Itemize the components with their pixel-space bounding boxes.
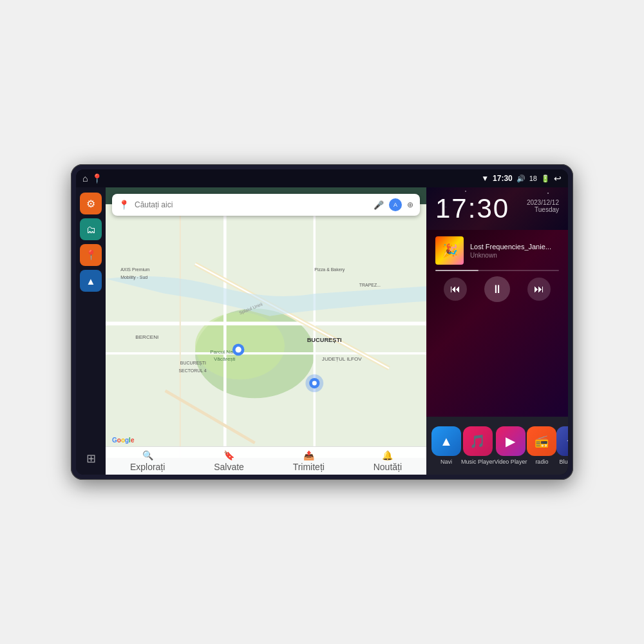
clock-date: 2023/12/12 xyxy=(527,199,559,206)
pause-icon: ⏸ xyxy=(491,283,503,296)
car-display-device: ⌂ 📍 ▼ 17:30 🔊 18 🔋 ↩ ⚙ 🗂 xyxy=(71,164,573,480)
explore-icon: 🔍 xyxy=(142,450,153,460)
map-pin-icon: 📍 xyxy=(85,249,97,261)
svg-text:BUCUREȘTI: BUCUREȘTI xyxy=(307,337,342,343)
radio-label: radio xyxy=(535,459,548,465)
layers-icon[interactable]: ⊕ xyxy=(407,200,413,209)
svg-text:TRAPEZ...: TRAPEZ... xyxy=(359,283,381,287)
album-art: 🎉 xyxy=(435,236,464,265)
app-music-player[interactable]: 🎵 Music Player xyxy=(461,426,495,465)
svg-text:AXIS Premium: AXIS Premium xyxy=(120,267,150,272)
map-explore-btn[interactable]: 🔍 Explorați xyxy=(130,450,165,472)
album-art-icon: 🎉 xyxy=(442,243,458,258)
status-time: 17:30 xyxy=(493,174,513,183)
music-controls: ⏮ ⏸ ⏭ xyxy=(435,276,559,302)
volume-icon: 🔊 xyxy=(516,175,526,183)
google-logo: Google xyxy=(112,437,134,444)
svg-text:Văcărești: Văcărești xyxy=(214,356,236,362)
navi-icon: ▲ xyxy=(440,434,453,449)
app-video-player[interactable]: ▶ Video Player xyxy=(495,426,527,465)
app-bluetooth[interactable]: ✦ Bluetooth xyxy=(556,426,568,465)
share-label: Trimiteți xyxy=(293,462,325,472)
settings-icon: ⚙ xyxy=(86,198,95,210)
app-grid: ▲ Navi 🎵 Music Player ▶ Vi xyxy=(426,417,568,475)
main-content: ⚙ 🗂 📍 ▲ ⊞ xyxy=(76,187,568,475)
map-area[interactable]: BERCENI BUCUREȘTI SECTORUL 4 BUCUREȘTI J… xyxy=(106,187,426,475)
radio-icon: 📻 xyxy=(535,434,549,448)
updates-icon: 🔔 xyxy=(382,450,393,460)
next-icon: ⏭ xyxy=(534,283,544,295)
bluetooth-icon: ✦ xyxy=(566,433,568,449)
map-saved-btn[interactable]: 🔖 Salvate xyxy=(214,450,244,472)
wifi-icon: ▼ xyxy=(481,174,489,183)
home-icon[interactable]: ⌂ xyxy=(82,173,88,184)
clock-day: Tuesday xyxy=(527,206,559,213)
prev-button[interactable]: ⏮ xyxy=(444,278,467,301)
app-navi[interactable]: ▲ Navi xyxy=(431,426,461,465)
svg-text:BERCENI: BERCENI xyxy=(135,334,158,340)
sidebar-apps-btn[interactable]: ⊞ xyxy=(80,448,102,469)
music-artist: Unknown xyxy=(470,252,559,259)
clock-time: 17:30 xyxy=(435,195,509,222)
map-background: BERCENI BUCUREȘTI SECTORUL 4 BUCUREȘTI J… xyxy=(106,187,426,475)
music-player-icon: 🎵 xyxy=(469,433,486,449)
map-share-btn[interactable]: 📤 Trimiteți xyxy=(293,450,325,472)
next-button[interactable]: ⏭ xyxy=(527,278,551,301)
sidebar-files-btn[interactable]: 🗂 xyxy=(80,218,102,240)
music-progress-fill xyxy=(435,270,478,271)
navi-label: Navi xyxy=(440,459,452,465)
svg-text:BUCUREȘTI: BUCUREȘTI xyxy=(180,361,206,366)
sidebar-settings-btn[interactable]: ⚙ xyxy=(80,193,102,214)
share-icon: 📤 xyxy=(303,450,314,460)
svg-text:Mobility - Sud: Mobility - Sud xyxy=(120,275,147,280)
map-search-input[interactable] xyxy=(135,200,368,209)
navigation-icon: ▲ xyxy=(86,276,96,287)
saved-label: Salvate xyxy=(214,462,244,472)
sidebar: ⚙ 🗂 📍 ▲ ⊞ xyxy=(76,187,106,475)
svg-point-27 xyxy=(312,381,317,386)
svg-text:SECTORUL 4: SECTORUL 4 xyxy=(178,368,206,373)
music-text: Lost Frequencies_Janie... Unknown xyxy=(470,243,559,259)
files-icon: 🗂 xyxy=(86,224,96,235)
sidebar-maps-btn[interactable]: 📍 xyxy=(80,244,102,266)
video-player-icon-box: ▶ xyxy=(496,426,526,456)
map-search-bar[interactable]: 📍 🎤 A ⊕ xyxy=(112,194,420,216)
clock-widget: 17:30 2023/12/12 Tuesday xyxy=(426,187,568,230)
sidebar-navi-btn[interactable]: ▲ xyxy=(80,270,102,292)
updates-label: Noutăți xyxy=(374,462,402,472)
music-player-icon-box: 🎵 xyxy=(463,426,493,456)
music-info: 🎉 Lost Frequencies_Janie... Unknown xyxy=(435,236,559,265)
app-radio[interactable]: 📻 radio xyxy=(527,426,556,465)
music-title: Lost Frequencies_Janie... xyxy=(470,243,559,251)
explore-label: Explorați xyxy=(130,462,165,472)
status-bar: ⌂ 📍 ▼ 17:30 🔊 18 🔋 ↩ xyxy=(76,169,568,187)
prev-icon: ⏮ xyxy=(450,283,460,295)
grid-icon: ⊞ xyxy=(86,451,96,466)
google-maps-icon: 📍 xyxy=(118,200,129,210)
map-bottom-bar: 🔍 Explorați 🔖 Salvate 📤 Trimiteți 🔔 Nout… xyxy=(106,446,426,475)
device-screen: ⌂ 📍 ▼ 17:30 🔊 18 🔋 ↩ ⚙ 🗂 xyxy=(76,169,568,475)
battery-level: 18 xyxy=(529,175,537,182)
video-player-icon: ▶ xyxy=(506,433,515,449)
video-player-label: Video Player xyxy=(495,459,527,465)
svg-text:Pizza & Bakery: Pizza & Bakery xyxy=(314,267,345,272)
mic-icon[interactable]: 🎤 xyxy=(374,200,384,210)
music-player-label: Music Player xyxy=(461,459,495,465)
maps-icon[interactable]: 📍 xyxy=(91,173,102,184)
music-progress-bar[interactable] xyxy=(435,270,559,271)
svg-text:JUDEȚUL ILFOV: JUDEȚUL ILFOV xyxy=(322,356,362,362)
map-updates-btn[interactable]: 🔔 Noutăți xyxy=(374,450,402,472)
battery-icon: 🔋 xyxy=(541,175,550,183)
navi-icon-box: ▲ xyxy=(431,426,461,456)
music-widget: 🎉 Lost Frequencies_Janie... Unknown ⏮ xyxy=(426,230,568,417)
svg-point-24 xyxy=(236,346,242,352)
play-pause-button[interactable]: ⏸ xyxy=(484,276,510,302)
radio-icon-box: 📻 xyxy=(527,426,556,456)
profile-icon[interactable]: A xyxy=(389,198,402,211)
right-panel: 17:30 2023/12/12 Tuesday 🎉 xyxy=(426,187,568,475)
bluetooth-label: Bluetooth xyxy=(559,459,568,465)
back-icon[interactable]: ↩ xyxy=(554,173,562,184)
saved-icon: 🔖 xyxy=(223,450,234,460)
status-left: ⌂ 📍 xyxy=(82,173,102,184)
bluetooth-icon-box: ✦ xyxy=(556,426,568,456)
